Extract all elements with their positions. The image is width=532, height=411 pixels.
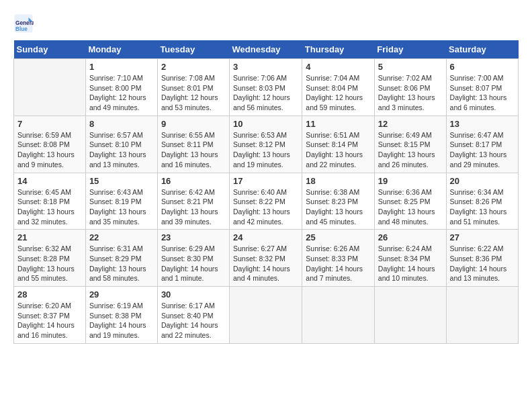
day-of-week-wednesday: Wednesday [230, 40, 302, 59]
calendar-cell: 23Sunrise: 6:29 AM Sunset: 8:30 PM Dayli… [157, 230, 229, 287]
calendar-cell: 1Sunrise: 7:10 AM Sunset: 8:00 PM Daylig… [85, 59, 157, 116]
day-number: 13 [450, 119, 515, 129]
day-info: Sunrise: 6:49 AM Sunset: 8:15 PM Dayligh… [378, 130, 443, 170]
day-number: 24 [233, 232, 298, 242]
day-info: Sunrise: 6:55 AM Sunset: 8:11 PM Dayligh… [161, 130, 226, 170]
logo-icon: General Blue [13, 13, 34, 34]
calendar-cell: 27Sunrise: 6:22 AM Sunset: 8:36 PM Dayli… [446, 230, 518, 287]
day-number: 3 [233, 62, 298, 72]
calendar-cell [374, 287, 446, 344]
day-number: 28 [17, 289, 82, 300]
day-number: 1 [89, 62, 154, 72]
day-info: Sunrise: 7:02 AM Sunset: 8:06 PM Dayligh… [378, 73, 443, 113]
day-info: Sunrise: 6:43 AM Sunset: 8:19 PM Dayligh… [89, 187, 154, 227]
calendar-cell: 11Sunrise: 6:51 AM Sunset: 8:14 PM Dayli… [302, 116, 375, 173]
day-info: Sunrise: 6:22 AM Sunset: 8:36 PM Dayligh… [450, 244, 515, 283]
calendar-cell: 10Sunrise: 6:53 AM Sunset: 8:12 PM Dayli… [230, 116, 302, 173]
day-info: Sunrise: 6:36 AM Sunset: 8:25 PM Dayligh… [378, 187, 443, 227]
calendar-cell: 15Sunrise: 6:43 AM Sunset: 8:19 PM Dayli… [85, 173, 157, 230]
day-number: 7 [17, 119, 82, 129]
day-info: Sunrise: 6:51 AM Sunset: 8:14 PM Dayligh… [306, 130, 371, 170]
day-info: Sunrise: 7:08 AM Sunset: 8:01 PM Dayligh… [161, 73, 226, 113]
calendar-cell: 8Sunrise: 6:57 AM Sunset: 8:10 PM Daylig… [85, 116, 157, 173]
calendar-cell [446, 287, 518, 344]
day-number: 12 [378, 119, 443, 129]
calendar-week-4: 21Sunrise: 6:32 AM Sunset: 8:28 PM Dayli… [14, 230, 519, 287]
calendar-cell: 7Sunrise: 6:59 AM Sunset: 8:08 PM Daylig… [14, 116, 86, 173]
day-of-week-sunday: Sunday [14, 40, 86, 59]
day-info: Sunrise: 6:20 AM Sunset: 8:37 PM Dayligh… [17, 301, 82, 340]
calendar-table: SundayMondayTuesdayWednesdayThursdayFrid… [13, 40, 519, 344]
day-number: 2 [161, 62, 226, 72]
day-info: Sunrise: 6:32 AM Sunset: 8:28 PM Dayligh… [17, 244, 82, 283]
day-number: 25 [306, 232, 371, 242]
day-info: Sunrise: 6:47 AM Sunset: 8:17 PM Dayligh… [450, 130, 515, 170]
calendar-cell: 4Sunrise: 7:04 AM Sunset: 8:04 PM Daylig… [302, 59, 375, 116]
day-number: 6 [450, 62, 515, 72]
logo: General Blue [13, 13, 36, 34]
calendar-cell: 24Sunrise: 6:27 AM Sunset: 8:32 PM Dayli… [230, 230, 302, 287]
calendar-cell [302, 287, 375, 344]
day-info: Sunrise: 6:40 AM Sunset: 8:22 PM Dayligh… [233, 187, 298, 227]
day-info: Sunrise: 6:38 AM Sunset: 8:23 PM Dayligh… [306, 187, 371, 227]
calendar-cell: 6Sunrise: 7:00 AM Sunset: 8:07 PM Daylig… [446, 59, 518, 116]
calendar-cell: 22Sunrise: 6:31 AM Sunset: 8:29 PM Dayli… [85, 230, 157, 287]
calendar-cell: 3Sunrise: 7:06 AM Sunset: 8:03 PM Daylig… [230, 59, 302, 116]
day-number: 26 [378, 232, 443, 242]
day-number: 11 [306, 119, 371, 129]
calendar-cell: 28Sunrise: 6:20 AM Sunset: 8:37 PM Dayli… [14, 287, 86, 344]
calendar-cell: 13Sunrise: 6:47 AM Sunset: 8:17 PM Dayli… [446, 116, 518, 173]
day-number: 21 [17, 232, 82, 242]
day-number: 4 [306, 62, 371, 72]
calendar-cell: 19Sunrise: 6:36 AM Sunset: 8:25 PM Dayli… [374, 173, 446, 230]
calendar-week-2: 7Sunrise: 6:59 AM Sunset: 8:08 PM Daylig… [14, 116, 519, 173]
day-info: Sunrise: 6:24 AM Sunset: 8:34 PM Dayligh… [378, 244, 443, 283]
day-of-week-thursday: Thursday [302, 40, 375, 59]
day-info: Sunrise: 7:10 AM Sunset: 8:00 PM Dayligh… [89, 73, 154, 113]
day-info: Sunrise: 7:06 AM Sunset: 8:03 PM Dayligh… [233, 73, 298, 113]
day-of-week-monday: Monday [85, 40, 157, 59]
page-header: General Blue [13, 13, 519, 34]
day-number: 20 [450, 176, 515, 186]
day-info: Sunrise: 6:29 AM Sunset: 8:30 PM Dayligh… [161, 244, 226, 283]
day-number: 5 [378, 62, 443, 72]
day-of-week-friday: Friday [374, 40, 446, 59]
day-number: 16 [161, 176, 226, 186]
calendar-cell: 17Sunrise: 6:40 AM Sunset: 8:22 PM Dayli… [230, 173, 302, 230]
day-number: 27 [450, 232, 515, 242]
day-info: Sunrise: 6:42 AM Sunset: 8:21 PM Dayligh… [161, 187, 226, 227]
day-info: Sunrise: 6:31 AM Sunset: 8:29 PM Dayligh… [89, 244, 154, 283]
day-info: Sunrise: 6:53 AM Sunset: 8:12 PM Dayligh… [233, 130, 298, 170]
calendar-cell [230, 287, 302, 344]
day-info: Sunrise: 6:57 AM Sunset: 8:10 PM Dayligh… [89, 130, 154, 170]
day-number: 15 [89, 176, 154, 186]
calendar-cell: 30Sunrise: 6:17 AM Sunset: 8:40 PM Dayli… [157, 287, 229, 344]
calendar-week-3: 14Sunrise: 6:45 AM Sunset: 8:18 PM Dayli… [14, 173, 519, 230]
day-info: Sunrise: 6:45 AM Sunset: 8:18 PM Dayligh… [17, 187, 82, 227]
day-number: 10 [233, 119, 298, 129]
calendar-cell: 14Sunrise: 6:45 AM Sunset: 8:18 PM Dayli… [14, 173, 86, 230]
day-number: 19 [378, 176, 443, 186]
calendar-cell: 20Sunrise: 6:34 AM Sunset: 8:26 PM Dayli… [446, 173, 518, 230]
calendar-cell: 5Sunrise: 7:02 AM Sunset: 8:06 PM Daylig… [374, 59, 446, 116]
calendar-cell: 26Sunrise: 6:24 AM Sunset: 8:34 PM Dayli… [374, 230, 446, 287]
calendar-cell [14, 59, 86, 116]
day-info: Sunrise: 6:26 AM Sunset: 8:33 PM Dayligh… [306, 244, 371, 283]
day-number: 23 [161, 232, 226, 242]
calendar-cell: 18Sunrise: 6:38 AM Sunset: 8:23 PM Dayli… [302, 173, 375, 230]
calendar-cell: 16Sunrise: 6:42 AM Sunset: 8:21 PM Dayli… [157, 173, 229, 230]
day-number: 30 [161, 289, 226, 300]
day-info: Sunrise: 6:17 AM Sunset: 8:40 PM Dayligh… [161, 301, 226, 340]
day-info: Sunrise: 6:27 AM Sunset: 8:32 PM Dayligh… [233, 244, 298, 283]
day-number: 14 [17, 176, 82, 186]
calendar-cell: 9Sunrise: 6:55 AM Sunset: 8:11 PM Daylig… [157, 116, 229, 173]
calendar-cell: 25Sunrise: 6:26 AM Sunset: 8:33 PM Dayli… [302, 230, 375, 287]
day-info: Sunrise: 6:34 AM Sunset: 8:26 PM Dayligh… [450, 187, 515, 227]
day-info: Sunrise: 6:59 AM Sunset: 8:08 PM Dayligh… [17, 130, 82, 170]
day-number: 8 [89, 119, 154, 129]
day-info: Sunrise: 7:00 AM Sunset: 8:07 PM Dayligh… [450, 73, 515, 113]
day-number: 18 [306, 176, 371, 186]
day-info: Sunrise: 6:19 AM Sunset: 8:38 PM Dayligh… [89, 301, 154, 340]
day-number: 22 [89, 232, 154, 242]
day-number: 9 [161, 119, 226, 129]
